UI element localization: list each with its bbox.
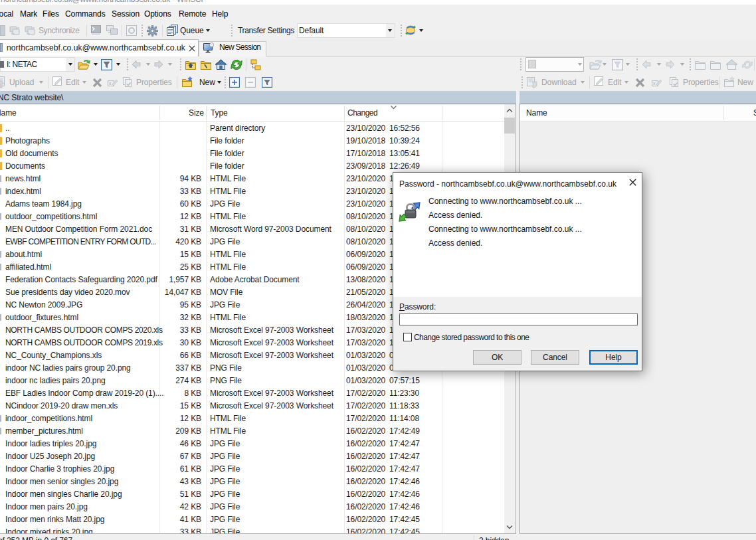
svg-text:x: x <box>653 81 656 86</box>
